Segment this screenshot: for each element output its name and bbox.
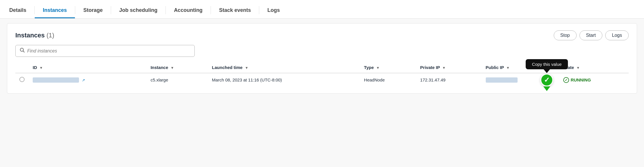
row-private-ip-cell: 172.31.47.49 [416, 73, 481, 86]
instance-id-link[interactable] [33, 77, 80, 82]
stop-button[interactable]: Stop [554, 30, 577, 40]
sort-arrow-launched: ▼ [245, 66, 249, 70]
row-id-cell: ↗ [29, 73, 146, 86]
sort-arrow-id: ▼ [39, 66, 43, 70]
row-state-cell: ✓ RUNNING [559, 73, 629, 86]
svg-line-1 [23, 51, 25, 52]
col-private-ip[interactable]: Private IP ▼ [416, 62, 481, 73]
sort-arrow-public-ip: ▼ [506, 66, 510, 70]
col-id[interactable]: ID ▼ [29, 62, 146, 73]
state-running: ✓ RUNNING [563, 77, 625, 83]
col-public-ip[interactable]: Public IP ▼ Copy this value ✓ [482, 62, 560, 73]
search-icon [20, 48, 25, 54]
row-launched-time-cell: March 08, 2023 at 11:16 (UTC-8:00) [208, 73, 360, 86]
public-ip-blurred [486, 77, 518, 83]
start-button[interactable]: Start [579, 30, 603, 40]
tab-bar: Details Instances Storage Job scheduling… [0, 0, 644, 19]
instances-count: (1) [47, 32, 54, 39]
col-state[interactable]: State ▼ [559, 62, 629, 73]
logs-button[interactable]: Logs [605, 30, 629, 40]
sort-arrow-type: ▼ [376, 66, 380, 70]
search-box [15, 45, 195, 57]
sort-arrow-private-ip: ▼ [442, 66, 446, 70]
search-input[interactable] [27, 48, 190, 54]
tab-accounting[interactable]: Accounting [166, 7, 211, 18]
instance-id-blurred [33, 77, 79, 83]
tab-storage[interactable]: Storage [75, 7, 111, 18]
row-public-ip-cell [482, 73, 560, 86]
sort-arrow-instance: ▼ [170, 66, 174, 70]
table-header-row: ID ▼ Instance ▼ Launched time ▼ Type ▼ P… [15, 62, 629, 73]
tab-details[interactable]: Details [9, 7, 34, 18]
row-type-cell: HeadNode [360, 73, 416, 86]
external-link-icon[interactable]: ↗ [82, 78, 85, 82]
row-radio[interactable] [19, 77, 25, 82]
header-buttons: Stop Start Logs [554, 30, 629, 40]
instances-table: ID ▼ Instance ▼ Launched time ▼ Type ▼ P… [15, 62, 629, 86]
instances-panel: Instances (1) Stop Start Logs [7, 23, 637, 94]
col-type[interactable]: Type ▼ [360, 62, 416, 73]
instances-title: Instances (1) [15, 32, 54, 39]
copy-tooltip-label: Copy this value [532, 62, 562, 67]
tab-stack-events[interactable]: Stack events [211, 7, 259, 18]
col-select [15, 62, 29, 73]
sort-arrow-state: ▼ [576, 66, 580, 70]
search-row [15, 45, 629, 57]
row-radio-cell[interactable] [15, 73, 29, 86]
table-row: ↗ c5.xlarge March 08, 2023 at 11:16 (UTC… [15, 73, 629, 86]
running-icon: ✓ [563, 77, 569, 83]
col-instance[interactable]: Instance ▼ [146, 62, 208, 73]
tab-job-scheduling[interactable]: Job scheduling [111, 7, 165, 18]
tab-instances[interactable]: Instances [35, 7, 75, 18]
col-launched-time[interactable]: Launched time ▼ [208, 62, 360, 73]
instances-header-row: Instances (1) Stop Start Logs [15, 30, 629, 40]
tab-logs[interactable]: Logs [259, 7, 288, 18]
row-instance-cell: c5.xlarge [146, 73, 208, 86]
